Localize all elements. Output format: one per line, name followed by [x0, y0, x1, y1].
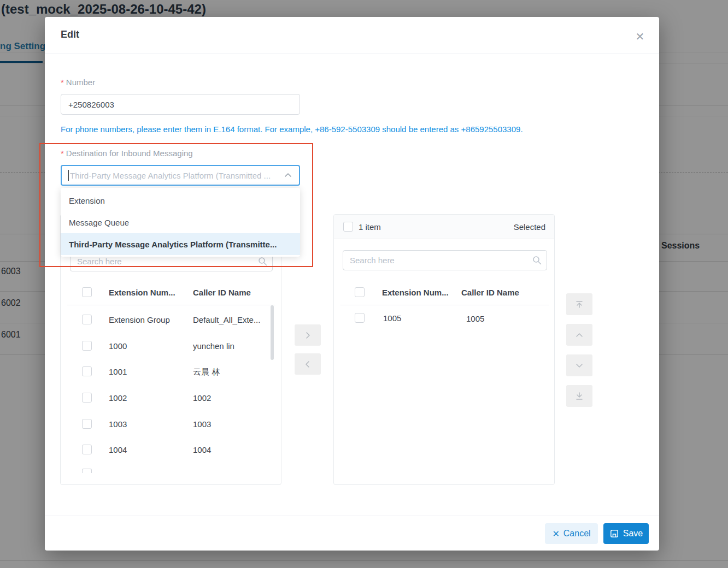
cancel-button[interactable]: ✕ Cancel — [545, 523, 598, 544]
chevron-up-icon — [574, 330, 584, 340]
chevron-down-icon — [574, 360, 584, 370]
cell-extension-number: Extension Group — [109, 315, 170, 324]
select-all-selected-checkbox[interactable] — [343, 222, 353, 232]
column-header-extension-number: Extension Num... — [109, 288, 175, 297]
divider — [340, 305, 549, 305]
cell-extension-number: 1001 — [109, 367, 127, 376]
cell-caller-id: 云晨 林 — [193, 367, 220, 377]
divider — [45, 516, 659, 516]
number-input[interactable] — [61, 94, 300, 115]
selected-extensions-panel: 1 item Selected Extension Num... Caller … — [333, 214, 555, 485]
destination-dropdown: Extension Message Queue Third-Party Mess… — [61, 188, 300, 257]
dropdown-option-third-party[interactable]: Third-Party Message Analytics Platform (… — [61, 233, 300, 255]
row-checkbox[interactable] — [82, 393, 92, 403]
dropdown-option-extension[interactable]: Extension — [61, 190, 300, 211]
save-button[interactable]: Save — [603, 523, 649, 544]
cell-extension-number: 1002 — [109, 393, 127, 403]
select-all-checkbox[interactable] — [355, 287, 365, 297]
column-header-caller-id-name: Caller ID Name — [193, 288, 251, 297]
cell-caller-id: yunchen lin — [193, 341, 234, 351]
cell-caller-id: Default_All_Exte... — [193, 315, 260, 324]
chevron-up-icon — [284, 171, 292, 180]
move-right-button[interactable] — [295, 324, 321, 346]
save-icon — [609, 529, 619, 539]
move-to-bottom-button[interactable] — [566, 385, 592, 407]
chevron-right-icon — [302, 330, 313, 341]
selected-label: Selected — [514, 222, 545, 232]
cell-extension-number: 1003 — [109, 419, 127, 429]
move-to-bottom-icon — [574, 391, 584, 401]
required-mark: * — [61, 149, 64, 158]
divider — [45, 54, 659, 54]
row-checkbox[interactable] — [82, 419, 92, 429]
select-all-checkbox[interactable] — [82, 287, 92, 297]
destination-select-placeholder: Third-Party Message Analytics Platform (… — [70, 171, 280, 180]
move-left-button[interactable] — [295, 353, 321, 375]
e164-help-text: For phone numbers, please enter them in … — [61, 125, 523, 134]
screen: (test_mock_2025-08-26-10-45-42) ng Setti… — [0, 0, 728, 568]
column-header-caller-id-name: Caller ID Name — [461, 288, 519, 297]
selected-count: 1 item — [359, 222, 381, 232]
cell-extension-number: 1005 — [383, 313, 401, 323]
save-button-label: Save — [623, 529, 643, 539]
cell-caller-id: 1003 — [193, 419, 211, 429]
row-checkbox-partial[interactable] — [82, 469, 92, 473]
selected-panel-header: 1 item Selected — [334, 215, 554, 239]
edit-dialog: Edit ✕ *Number For phone numbers, please… — [45, 17, 659, 551]
destination-select[interactable]: Third-Party Message Analytics Platform (… — [61, 165, 300, 186]
row-checkbox[interactable] — [355, 313, 365, 323]
dialog-title: Edit — [61, 29, 79, 40]
move-to-top-icon — [574, 299, 584, 309]
close-icon[interactable]: ✕ — [631, 28, 649, 45]
column-header-extension-number: Extension Num... — [382, 288, 449, 297]
row-checkbox[interactable] — [82, 366, 92, 376]
number-label: *Number — [61, 78, 95, 87]
required-mark: * — [61, 78, 64, 87]
dropdown-option-message-queue[interactable]: Message Queue — [61, 211, 300, 233]
cancel-button-label: Cancel — [563, 529, 591, 539]
right-search-input[interactable] — [343, 250, 547, 270]
divider — [67, 305, 275, 305]
cell-caller-id: 1005 — [466, 314, 484, 323]
text-cursor — [68, 170, 69, 181]
move-down-button[interactable] — [566, 354, 592, 376]
cell-caller-id: 1002 — [193, 393, 211, 403]
cell-extension-number: 1000 — [109, 341, 127, 351]
right-search — [343, 250, 547, 270]
row-checkbox[interactable] — [82, 315, 92, 324]
row-checkbox[interactable] — [82, 341, 92, 351]
scrollbar-thumb[interactable] — [271, 305, 274, 360]
cancel-x-icon: ✕ — [552, 529, 559, 539]
cell-extension-number: 1004 — [109, 445, 127, 454]
search-icon — [258, 257, 267, 266]
cell-caller-id: 1004 — [193, 445, 211, 454]
search-icon — [532, 256, 542, 265]
row-checkbox[interactable] — [82, 445, 92, 454]
move-up-button[interactable] — [566, 324, 592, 346]
move-to-top-button[interactable] — [566, 293, 592, 315]
destination-label: *Destination for Inbound Messaging — [61, 149, 193, 158]
chevron-left-icon — [302, 359, 313, 370]
